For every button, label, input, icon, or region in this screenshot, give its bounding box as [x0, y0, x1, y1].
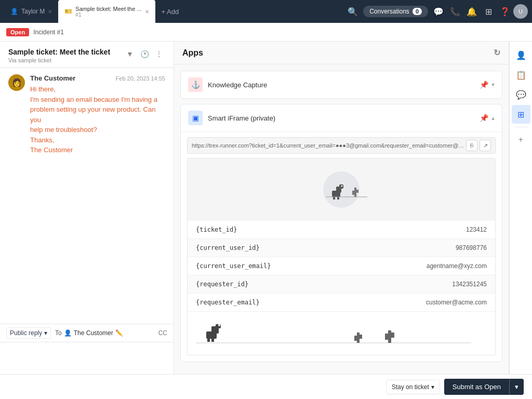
phone-nav-icon[interactable]: 📞	[447, 3, 463, 20]
svg-rect-17	[211, 338, 214, 342]
svg-rect-19	[354, 336, 357, 341]
pin-knowledge-icon[interactable]: 📌	[480, 81, 488, 89]
svg-rect-18	[357, 332, 360, 343]
sidebar-plus-icon[interactable]: +	[512, 130, 530, 149]
tab-ticket-label: Sample ticket: Meet the ...	[75, 6, 141, 12]
edit-recipient-icon[interactable]: ✏️	[115, 329, 123, 337]
ticket-title: Sample ticket: Meet the ticket	[8, 48, 124, 56]
sidebar-user-icon[interactable]: 👤	[512, 46, 530, 64]
val-current-user-id: 987698776	[456, 244, 487, 251]
copy-url-button[interactable]: ⎘	[466, 140, 477, 151]
reply-type-button[interactable]: Public reply ▾	[6, 327, 51, 339]
main-layout: Sample ticket: Meet the ticket Via sampl…	[0, 42, 532, 399]
submit-dropdown-button[interactable]: ▾	[509, 379, 524, 395]
reply-to: To 👤 The Customer ✏️	[55, 329, 154, 337]
reply-type-label: Public reply	[10, 329, 42, 337]
smart-iframe-label: Smart iFrame (private)	[208, 114, 275, 122]
bell-nav-icon[interactable]: 🔔	[463, 3, 480, 20]
tab-taylor[interactable]: 👤 Taylor M ✕	[4, 0, 58, 23]
svg-rect-23	[391, 332, 394, 338]
smart-iframe-card: ▣ Smart iFrame (private) 📌 ▴ https://tre…	[180, 104, 502, 362]
svg-rect-21	[388, 330, 391, 343]
incident-label: Incident #1	[33, 29, 64, 36]
message-item: 👩 The Customer Feb 20, 2023 14:55 Hi the…	[8, 74, 165, 155]
knowledge-capture-header[interactable]: ⚓ Knowledge Capture 📌 ▾	[181, 71, 502, 98]
val-requester-email: customer@acme.com	[426, 299, 487, 306]
msg-body: Hi there, I'm sending an email because I…	[30, 84, 165, 155]
help-nav-icon[interactable]: ❓	[497, 3, 513, 20]
far-right-sidebar: 👤 📋 💬 ⊞ +	[509, 42, 532, 399]
dino-svg-bottom	[196, 317, 471, 348]
cc-button[interactable]: CC	[158, 329, 167, 337]
ticket-header: Sample ticket: Meet the ticket Via sampl…	[0, 42, 174, 68]
svg-rect-9	[356, 190, 358, 193]
conversations-count: 0	[413, 8, 422, 15]
open-badge: Open	[6, 28, 29, 36]
key-ticket-id: {ticket_id}	[196, 226, 466, 233]
smart-iframe-body: https://trex-runner.com?ticket_id=1&curr…	[181, 131, 502, 362]
knowledge-capture-card: ⚓ Knowledge Capture 📌 ▾	[180, 71, 502, 99]
left-panel: Sample ticket: Meet the ticket Via sampl…	[0, 42, 174, 399]
breadcrumb: Open Incident #1	[0, 23, 532, 42]
add-tab-button[interactable]: + Add	[155, 8, 185, 16]
sidebar-document-icon[interactable]: 📋	[512, 65, 530, 84]
customer-icon-small: 👤	[64, 329, 72, 337]
chevron-knowledge-icon[interactable]: ▾	[491, 81, 495, 88]
tab-taylor-close[interactable]: ✕	[48, 9, 52, 15]
tab-sample-ticket[interactable]: 🎫 Sample ticket: Meet the ... #1 ✕	[58, 0, 155, 23]
history-icon[interactable]: 🕐	[138, 48, 151, 60]
sidebar-chat-icon[interactable]: 💬	[512, 85, 530, 104]
table-row: {current_user_id} 987698776	[188, 239, 495, 257]
key-current-user-email: {current_user_email}	[196, 262, 427, 270]
knowledge-capture-label: Knowledge Capture	[208, 81, 267, 89]
key-requester-email: {requester_email}	[196, 299, 426, 306]
submit-button[interactable]: Submit as Open	[444, 379, 509, 395]
val-requester-id: 1342351245	[452, 281, 487, 288]
stay-chevron-icon: ▾	[431, 383, 434, 391]
table-row: {ticket_id} 123412	[188, 221, 495, 239]
data-table: {ticket_id} 123412 {current_user_id} 987…	[188, 221, 495, 312]
conversations-button[interactable]: Conversations 0	[363, 6, 428, 17]
refresh-button[interactable]: ↻	[494, 48, 500, 58]
pin-iframe-icon[interactable]: 📌	[480, 114, 488, 122]
search-button[interactable]: 🔍	[344, 3, 361, 20]
filter-icon[interactable]: ▼	[124, 48, 136, 60]
stay-on-ticket-button[interactable]: Stay on ticket ▾	[386, 380, 440, 394]
dino-scene-bottom	[188, 312, 495, 355]
dino-scene-top	[188, 158, 495, 221]
sidebar-grid-icon[interactable]: ⊞	[512, 105, 530, 124]
svg-rect-20	[360, 335, 362, 339]
smart-iframe-icon: ▣	[188, 111, 203, 125]
open-url-button[interactable]: ↗	[480, 140, 491, 151]
customer-avatar: 👩	[8, 74, 25, 91]
svg-point-4	[341, 185, 343, 187]
tab-ticket-close[interactable]: ✕	[145, 9, 149, 15]
stay-label: Stay on ticket	[392, 383, 429, 391]
apps-scroll[interactable]: ⚓ Knowledge Capture 📌 ▾ ▣ Smart iFrame (…	[174, 64, 509, 399]
table-row: {requester_id} 1342351245	[188, 275, 495, 294]
user-tab-icon: 👤	[10, 8, 18, 15]
more-options-icon[interactable]: ⋮	[153, 48, 165, 60]
reply-type-chevron: ▾	[44, 329, 47, 337]
iframe-url-bar: https://trex-runner.com?ticket_id=1&curr…	[187, 137, 496, 154]
smart-iframe-header[interactable]: ▣ Smart iFrame (private) 📌 ▴	[181, 104, 502, 131]
apps-nav-icon[interactable]: ⊞	[480, 3, 497, 20]
key-requester-id: {requester_id}	[196, 281, 452, 288]
sidebar-divider	[515, 127, 527, 127]
apps-header: Apps ↻	[174, 42, 509, 64]
conversations-label: Conversations	[369, 8, 409, 15]
knowledge-capture-icon: ⚓	[188, 77, 203, 92]
chat-nav-icon[interactable]: 💬	[430, 3, 447, 20]
apps-title: Apps	[182, 48, 203, 58]
msg-sender: The Customer	[30, 74, 75, 82]
svg-point-15	[218, 324, 220, 326]
messages-area: 👩 The Customer Feb 20, 2023 14:55 Hi the…	[0, 68, 174, 324]
tab-taylor-label: Taylor M	[21, 8, 45, 15]
chevron-iframe-icon[interactable]: ▴	[491, 114, 495, 122]
table-row: {current_user_email} agentname@xyz.com	[188, 257, 495, 275]
right-panel: Apps ↻ ⚓ Knowledge Capture 📌 ▾	[174, 42, 509, 399]
submit-group: Submit as Open ▾	[444, 379, 524, 395]
user-avatar[interactable]: U	[513, 4, 528, 19]
ticket-tab-icon: 🎫	[64, 8, 72, 15]
svg-rect-22	[385, 334, 388, 340]
